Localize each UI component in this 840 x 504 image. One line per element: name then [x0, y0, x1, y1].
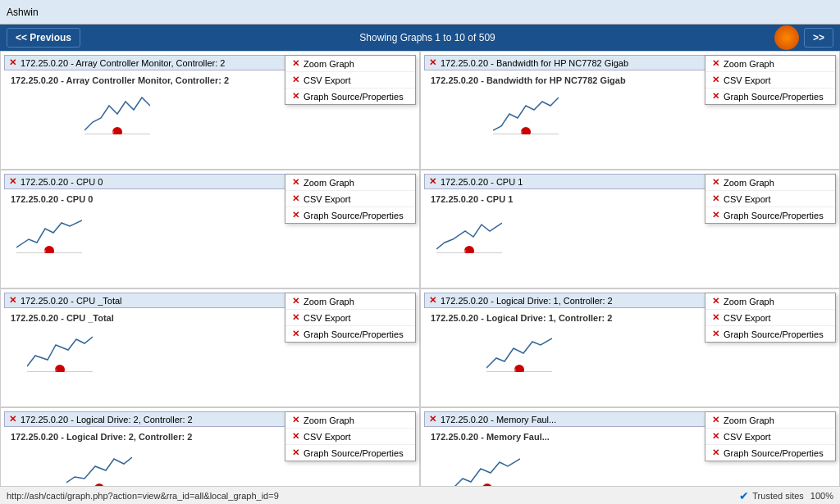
- graph-svg-5: !: [27, 327, 93, 372]
- source-properties-7[interactable]: ✕ Graph Source/Properties: [285, 445, 415, 461]
- graph-image-8: !: [424, 443, 551, 486]
- csv-export-3[interactable]: ✕ CSV Export: [285, 191, 415, 207]
- trusted-sites-label: Trusted sites: [752, 491, 804, 501]
- svg-text:!: !: [55, 368, 57, 372]
- graph-header-label-8: 172.25.0.20 - Memory Faul...: [441, 415, 556, 425]
- graph-close-5[interactable]: ✕: [9, 295, 16, 306]
- graph-close-1[interactable]: ✕: [9, 57, 16, 68]
- svg-point-22: [482, 484, 492, 487]
- graph-menu-2: ✕ Zoom Graph ✕ CSV Export ✕ Graph Source…: [705, 55, 836, 105]
- graph-label-4: 172.25.0.20 - CPU 1: [424, 193, 514, 206]
- graph-label-8: 172.25.0.20 - Memory Faul...: [424, 430, 551, 443]
- zoom-graph-2[interactable]: ✕ Zoom Graph: [705, 56, 835, 72]
- zoom-graph-4[interactable]: ✕ Zoom Graph: [705, 175, 835, 191]
- graph-cell-3: ✕ 172.25.0.20 - CPU 0 172.25.0.20 - CPU …: [0, 170, 420, 288]
- svg-text:!: !: [44, 249, 46, 253]
- svg-text:!: !: [521, 130, 523, 134]
- graph-header-label-7: 172.25.0.20 - Logical Drive: 2, Controll…: [21, 415, 193, 425]
- graph-menu-6: ✕ Zoom Graph ✕ CSV Export ✕ Graph Source…: [705, 293, 836, 343]
- svg-text:!: !: [514, 368, 516, 372]
- graph-label-5: 172.25.0.20 - CPU _Total: [4, 311, 116, 325]
- graph-close-6[interactable]: ✕: [429, 295, 436, 306]
- graph-image-2: !: [424, 87, 628, 136]
- svg-text:!: !: [112, 130, 114, 134]
- csv-export-6[interactable]: ✕ CSV Export: [705, 310, 835, 326]
- source-properties-8[interactable]: ✕ Graph Source/Properties: [705, 445, 835, 461]
- source-properties-6[interactable]: ✕ Graph Source/Properties: [705, 326, 835, 342]
- graph-header-label-3: 172.25.0.20 - CPU 0: [21, 177, 103, 187]
- csv-export-1[interactable]: ✕ CSV Export: [285, 72, 415, 89]
- graph-menu-1: ✕ Zoom Graph ✕ CSV Export ✕ Graph Source…: [285, 55, 416, 105]
- status-right: ✔ Trusted sites 100%: [739, 489, 833, 502]
- graph-close-8[interactable]: ✕: [429, 414, 436, 425]
- graph-svg-8: !: [454, 446, 520, 487]
- source-properties-3[interactable]: ✕ Graph Source/Properties: [285, 207, 415, 223]
- svg-text:!: !: [464, 249, 466, 253]
- graph-cell-6: ✕ 172.25.0.20 - Logical Drive: 1, Contro…: [420, 288, 840, 407]
- source-properties-2[interactable]: ✕ Graph Source/Properties: [705, 89, 835, 104]
- graph-svg-3: !: [16, 208, 82, 253]
- graphs-grid: ✕ 172.25.0.20 - Array Controller Monitor…: [0, 51, 840, 486]
- status-url: http://ash/cacti/graph.php?action=view&r…: [7, 491, 739, 501]
- browser-title: Ashwin: [7, 7, 39, 18]
- source-properties-1[interactable]: ✕ Graph Source/Properties: [285, 89, 415, 104]
- csv-export-5[interactable]: ✕ CSV Export: [285, 310, 415, 326]
- zoom-graph-8[interactable]: ✕ Zoom Graph: [705, 412, 835, 429]
- graph-cell-7: ✕ 172.25.0.20 - Logical Drive: 2, Contro…: [0, 407, 420, 486]
- csv-export-4[interactable]: ✕ CSV Export: [705, 191, 835, 207]
- graph-image-6: !: [424, 325, 614, 374]
- graph-close-7[interactable]: ✕: [9, 414, 16, 425]
- next-button[interactable]: >>: [804, 28, 833, 48]
- graph-menu-4: ✕ Zoom Graph ✕ CSV Export ✕ Graph Source…: [705, 174, 836, 224]
- zoom-graph-6[interactable]: ✕ Zoom Graph: [705, 293, 835, 310]
- csv-export-7[interactable]: ✕ CSV Export: [285, 429, 415, 445]
- svg-point-19: [94, 484, 104, 487]
- graph-cell-5: ✕ 172.25.0.20 - CPU _Total 172.25.0.20 -…: [0, 288, 420, 407]
- graph-label-1: 172.25.0.20 - Array Controller Monitor, …: [4, 74, 231, 87]
- graph-close-4[interactable]: ✕: [429, 176, 436, 187]
- main-content: ✕ 172.25.0.20 - Array Controller Monitor…: [0, 51, 840, 486]
- csv-export-2[interactable]: ✕ CSV Export: [705, 72, 835, 89]
- graph-label-7: 172.25.0.20 - Logical Drive: 2, Controll…: [4, 430, 194, 443]
- graph-label-3: 172.25.0.20 - CPU 0: [4, 193, 94, 206]
- zoom-graph-7[interactable]: ✕ Zoom Graph: [285, 412, 415, 429]
- source-properties-5[interactable]: ✕ Graph Source/Properties: [285, 326, 415, 342]
- graph-cell-4: ✕ 172.25.0.20 - CPU 1 172.25.0.20 - CPU …: [420, 170, 840, 288]
- graph-image-3: !: [4, 206, 94, 255]
- graph-menu-3: ✕ Zoom Graph ✕ CSV Export ✕ Graph Source…: [285, 174, 416, 224]
- zoom-graph-3[interactable]: ✕ Zoom Graph: [285, 175, 415, 191]
- graph-cell-1: ✕ 172.25.0.20 - Array Controller Monitor…: [0, 51, 420, 170]
- showing-text: Showing Graphs 1 to 10 of 509: [359, 32, 495, 43]
- graph-menu-8: ✕ Zoom Graph ✕ CSV Export ✕ Graph Source…: [705, 411, 836, 461]
- graph-image-7: !: [4, 443, 194, 486]
- graph-image-4: !: [424, 206, 514, 255]
- graph-close-2[interactable]: ✕: [429, 57, 436, 68]
- nav-bar: << Previous Showing Graphs 1 to 10 of 50…: [0, 25, 840, 51]
- graph-header-label-4: 172.25.0.20 - CPU 1: [441, 177, 523, 187]
- prev-button[interactable]: << Previous: [7, 28, 80, 48]
- graph-label-6: 172.25.0.20 - Logical Drive: 1, Controll…: [424, 311, 614, 325]
- trusted-sites: ✔ Trusted sites: [739, 489, 804, 502]
- graph-header-label-2: 172.25.0.20 - Bandwidth for HP NC7782 Gi…: [441, 58, 628, 68]
- graph-image-1: !: [4, 87, 231, 136]
- graph-menu-7: ✕ Zoom Graph ✕ CSV Export ✕ Graph Source…: [285, 411, 416, 461]
- graph-header-label-1: 172.25.0.20 - Array Controller Monitor, …: [21, 58, 225, 68]
- zoom-graph-5[interactable]: ✕ Zoom Graph: [285, 293, 415, 310]
- graph-svg-2: !: [493, 89, 559, 134]
- graph-cell-8: ✕ 172.25.0.20 - Memory Faul... 172.25.0.…: [420, 407, 840, 486]
- nav-icon: [774, 25, 799, 50]
- zoom-graph-1[interactable]: ✕ Zoom Graph: [285, 56, 415, 72]
- graph-svg-6: !: [486, 327, 552, 372]
- graph-header-label-6: 172.25.0.20 - Logical Drive: 1, Controll…: [441, 296, 613, 306]
- browser-title-bar: Ashwin: [0, 0, 840, 25]
- graph-svg-1: !: [84, 89, 150, 134]
- graph-image-5: !: [4, 325, 116, 374]
- graph-svg-7: !: [66, 446, 132, 487]
- shield-icon: ✔: [739, 489, 749, 502]
- graph-close-3[interactable]: ✕: [9, 176, 16, 187]
- graph-cell-2: ✕ 172.25.0.20 - Bandwidth for HP NC7782 …: [420, 51, 840, 170]
- source-properties-4[interactable]: ✕ Graph Source/Properties: [705, 207, 835, 223]
- status-bar: http://ash/cacti/graph.php?action=view&r…: [0, 486, 840, 504]
- graph-svg-4: !: [436, 208, 502, 253]
- csv-export-8[interactable]: ✕ CSV Export: [705, 429, 835, 445]
